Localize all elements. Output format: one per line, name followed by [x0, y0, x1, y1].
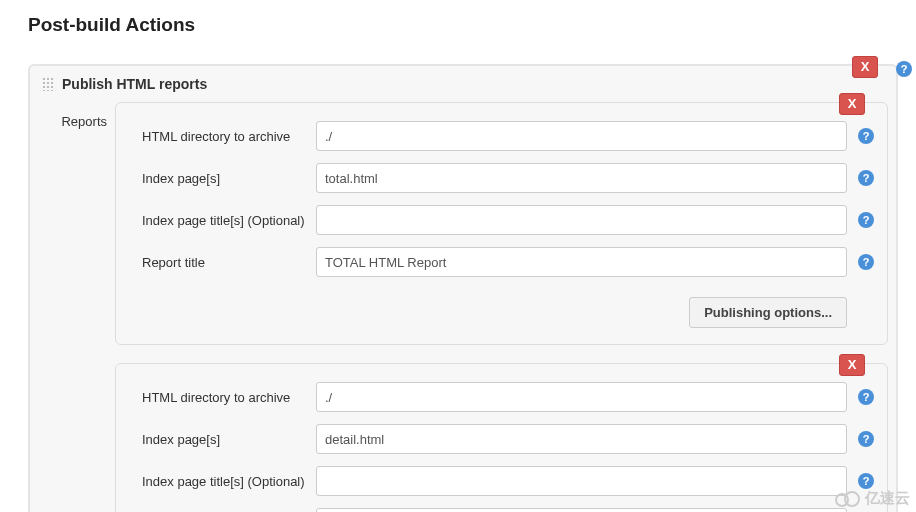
- delete-panel-button[interactable]: X: [852, 56, 878, 78]
- report-block: X HTML directory to archive ? Index page…: [115, 363, 888, 512]
- field-label-index-title: Index page title[s] (Optional): [126, 213, 316, 228]
- panel-title: Publish HTML reports: [62, 76, 207, 92]
- html-dir-input[interactable]: [316, 382, 847, 412]
- html-dir-input[interactable]: [316, 121, 847, 151]
- field-label-report-title: Report title: [126, 255, 316, 270]
- help-icon[interactable]: ?: [858, 254, 874, 270]
- delete-report-button[interactable]: X: [839, 93, 865, 115]
- field-label-dir: HTML directory to archive: [126, 129, 316, 144]
- help-icon[interactable]: ?: [858, 170, 874, 186]
- help-icon[interactable]: ?: [858, 389, 874, 405]
- reports-label: Reports: [30, 102, 115, 129]
- page-title: Post-build Actions: [0, 0, 916, 46]
- index-page-input[interactable]: [316, 163, 847, 193]
- publish-html-panel: X ? Publish HTML reports Reports X HTML …: [28, 64, 898, 512]
- field-label-index: Index page[s]: [126, 432, 316, 447]
- field-label-index-title: Index page title[s] (Optional): [126, 474, 316, 489]
- reports-column: X HTML directory to archive ? Index page…: [115, 102, 888, 512]
- help-icon[interactable]: ?: [896, 61, 912, 77]
- report-block: X HTML directory to archive ? Index page…: [115, 102, 888, 345]
- report-title-input[interactable]: [316, 247, 847, 277]
- help-icon[interactable]: ?: [858, 431, 874, 447]
- help-icon[interactable]: ?: [858, 473, 874, 489]
- index-title-input[interactable]: [316, 205, 847, 235]
- watermark: 亿速云: [833, 488, 910, 508]
- index-page-input[interactable]: [316, 424, 847, 454]
- cloud-icon: [833, 488, 861, 508]
- watermark-text: 亿速云: [865, 489, 910, 508]
- index-title-input[interactable]: [316, 466, 847, 496]
- publishing-options-button[interactable]: Publishing options...: [689, 297, 847, 328]
- panel-header: Publish HTML reports: [30, 66, 896, 102]
- help-icon[interactable]: ?: [858, 128, 874, 144]
- help-icon[interactable]: ?: [858, 212, 874, 228]
- report-title-input[interactable]: [316, 508, 847, 512]
- drag-handle-icon[interactable]: [42, 77, 54, 91]
- delete-report-button[interactable]: X: [839, 354, 865, 376]
- field-label-dir: HTML directory to archive: [126, 390, 316, 405]
- field-label-index: Index page[s]: [126, 171, 316, 186]
